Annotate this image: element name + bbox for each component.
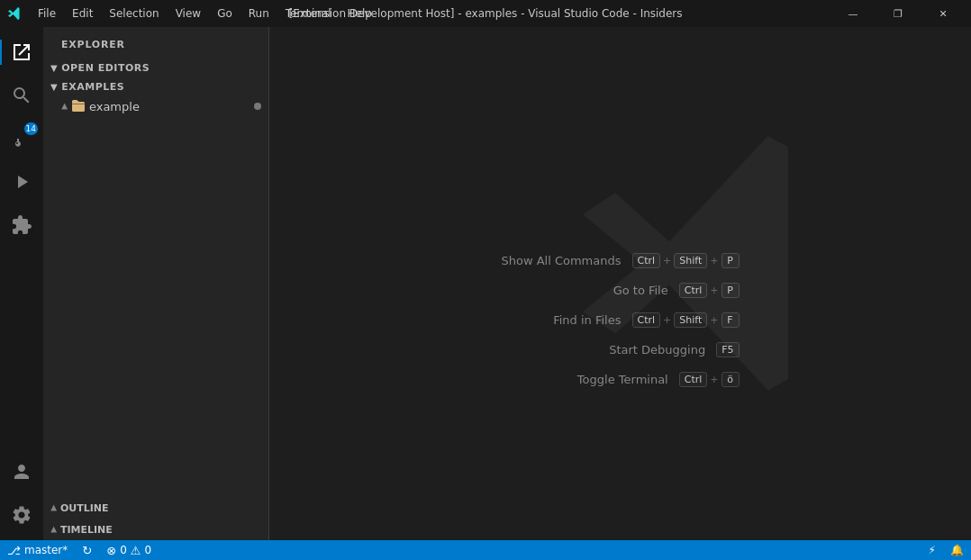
activity-account[interactable] xyxy=(0,450,43,493)
examples-chevron-icon: ▼ xyxy=(50,82,58,92)
statusbar-notifications[interactable]: 🔔 xyxy=(943,544,971,556)
folder-icon xyxy=(71,98,86,115)
titlebar: File Edit Selection View Go Run Terminal… xyxy=(0,0,971,27)
close-button[interactable]: ✕ xyxy=(922,0,964,27)
menu-run[interactable]: Run xyxy=(241,5,277,22)
outline-chevron-icon: ▶ xyxy=(49,505,58,511)
menu-view[interactable]: View xyxy=(168,5,208,22)
editor-area: Show All Commands Ctrl + Shift + P Go to… xyxy=(269,27,971,540)
examples-label: Examples xyxy=(61,81,124,93)
source-control-badge: 14 xyxy=(24,122,38,135)
warning-icon: ⚠ xyxy=(131,544,141,557)
open-editors-section[interactable]: ▼ Open Editors xyxy=(43,59,268,77)
sidebar-bottom-panels: ▶ Outline ▶ Timeline xyxy=(43,497,268,540)
statusbar-remote[interactable]: ⚡ xyxy=(921,544,943,556)
activity-search[interactable] xyxy=(0,74,43,117)
example-chevron-icon: ▶ xyxy=(59,104,68,110)
outline-panel-header[interactable]: ▶ Outline xyxy=(43,497,268,519)
open-editors-chevron-icon: ▼ xyxy=(50,63,58,73)
sidebar: Explorer ▼ Open Editors ▼ Examples ▶ exa… xyxy=(43,27,268,540)
activity-extensions[interactable] xyxy=(0,203,43,247)
window-controls: — ❐ ✕ xyxy=(832,0,964,27)
statusbar-sync[interactable]: ↻ xyxy=(75,540,99,560)
statusbar-right: ⚡ 🔔 xyxy=(921,544,971,556)
remote-icon: ⚡ xyxy=(929,544,936,556)
branch-name: master* xyxy=(24,544,68,556)
activity-explorer[interactable] xyxy=(0,31,43,74)
error-count: 0 xyxy=(120,544,127,556)
timeline-panel-header[interactable]: ▶ Timeline xyxy=(43,519,268,540)
error-icon: ⊗ xyxy=(106,544,116,557)
menu-file[interactable]: File xyxy=(31,5,63,22)
minimize-button[interactable]: — xyxy=(832,0,874,27)
tree-item-label: example xyxy=(89,100,140,113)
menu-go[interactable]: Go xyxy=(210,5,240,22)
notification-icon: 🔔 xyxy=(950,544,964,556)
activity-run[interactable] xyxy=(0,160,43,203)
vscode-watermark-icon xyxy=(567,120,837,393)
maximize-button[interactable]: ❐ xyxy=(877,0,919,27)
branch-icon: ⎇ xyxy=(7,544,21,557)
statusbar-errors[interactable]: ⊗ 0 ⚠ 0 xyxy=(99,540,159,560)
window-title: [Extension Development Host] - examples … xyxy=(288,7,682,20)
sidebar-title: Explorer xyxy=(43,27,268,59)
menu-edit[interactable]: Edit xyxy=(65,5,100,22)
main-layout: 14 Explorer xyxy=(0,27,971,540)
activity-bar-bottom xyxy=(0,450,43,540)
open-editors-label: Open Editors xyxy=(61,62,150,74)
statusbar-branch[interactable]: ⎇ master* xyxy=(0,540,75,560)
activity-source-control[interactable]: 14 xyxy=(0,117,43,160)
menu-selection[interactable]: Selection xyxy=(102,5,166,22)
timeline-label: Timeline xyxy=(60,524,113,536)
activity-settings[interactable] xyxy=(0,493,43,537)
sync-icon: ↻ xyxy=(82,544,92,557)
outline-label: Outline xyxy=(60,502,109,514)
examples-section[interactable]: ▼ Examples xyxy=(43,77,268,96)
modified-dot xyxy=(254,103,261,110)
activity-bar: 14 xyxy=(0,27,43,540)
tree-item-example[interactable]: ▶ example xyxy=(43,96,268,116)
timeline-chevron-icon: ▶ xyxy=(49,527,58,533)
warning-count: 0 xyxy=(144,544,151,556)
vscode-logo-icon xyxy=(7,6,22,21)
statusbar: ⎇ master* ↻ ⊗ 0 ⚠ 0 ⚡ 🔔 xyxy=(0,540,971,560)
